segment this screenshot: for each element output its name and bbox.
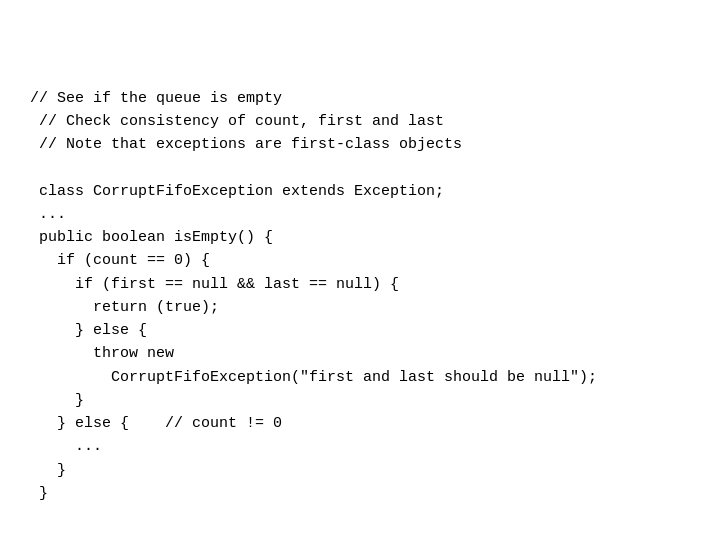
code-line: if (first == null && last == null) {	[30, 273, 690, 296]
code-block: // See if the queue is empty // Check co…	[0, 0, 720, 540]
code-line	[30, 156, 690, 179]
code-line: // Note that exceptions are first-class …	[30, 133, 690, 156]
code-line: // See if the queue is empty	[30, 87, 690, 110]
code-line: return (true);	[30, 296, 690, 319]
code-line	[30, 63, 690, 86]
code-line: ...	[30, 203, 690, 226]
code-line: // Check consistency of count, first and…	[30, 110, 690, 133]
code-line: }	[30, 482, 690, 505]
code-line: public boolean isEmpty() {	[30, 226, 690, 249]
code-line: } else { // count != 0	[30, 412, 690, 435]
code-line: if (count == 0) {	[30, 249, 690, 272]
code-line: throw new	[30, 342, 690, 365]
code-line: ...	[30, 435, 690, 458]
code-line: CorruptFifoException("first and last sho…	[30, 366, 690, 389]
code-line: }	[30, 389, 690, 412]
code-line: } else {	[30, 319, 690, 342]
code-line: class CorruptFifoException extends Excep…	[30, 180, 690, 203]
code-line: }	[30, 459, 690, 482]
